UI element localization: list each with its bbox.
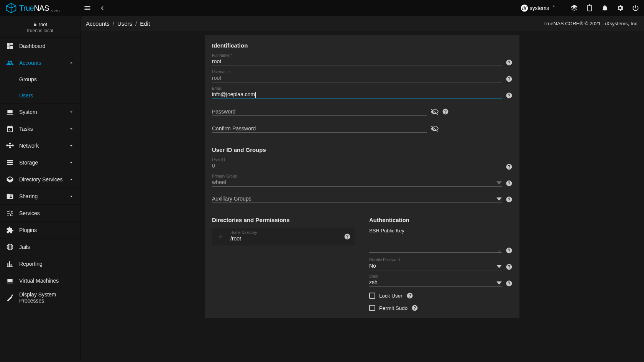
field-confirm-password: Confirm Password	[212, 124, 513, 133]
wizard-icon	[6, 294, 14, 301]
field-user-id: User ID 0	[212, 158, 513, 170]
brand-logo[interactable]: TrueNAS CORE	[5, 3, 80, 13]
chevron-up-icon	[69, 60, 74, 66]
brand-true: True	[19, 4, 34, 12]
checkbox-lock-user[interactable]	[369, 293, 375, 299]
nav-virtual-machines[interactable]: Virtual Machines	[0, 272, 80, 289]
nav-services[interactable]: Services	[0, 205, 80, 222]
field-disable-password: Disable Password No	[369, 258, 513, 270]
primary-group-select: wheel	[212, 179, 502, 187]
nav-plugins[interactable]: Plugins	[0, 222, 80, 239]
settings-icon[interactable]	[616, 4, 624, 12]
nav-display-system-processes[interactable]: Display System Processes	[0, 289, 80, 306]
col-authentication: Authentication SSH Public Key Disable Pa…	[362, 210, 519, 318]
field-primary-group: Primary Group wheel	[212, 174, 513, 187]
sidebar-host: truenas.local	[0, 28, 80, 33]
user-id-input: 0	[212, 162, 502, 170]
power-icon[interactable]	[632, 4, 639, 12]
ixsystems-logo[interactable]: iX systems ®	[521, 4, 563, 12]
eye-off-icon[interactable]	[430, 124, 439, 133]
help-icon[interactable]	[442, 108, 449, 115]
nav-accounts[interactable]: Accounts	[0, 54, 80, 71]
nav-tasks[interactable]: Tasks	[0, 120, 80, 137]
field-full-name: Full Name * root	[212, 53, 513, 66]
checkbox-permit-sudo[interactable]	[369, 305, 375, 311]
dropdown-icon	[496, 196, 502, 202]
auxiliary-groups-select[interactable]: Auxiliary Groups	[212, 195, 502, 203]
svg-text:systems: systems	[530, 5, 549, 11]
confirm-password-input[interactable]: Confirm Password	[212, 125, 427, 133]
breadcrumb-bar: Accounts / Users / Edit TrueNAS CORE® © …	[80, 16, 644, 31]
nav-storage[interactable]: Storage	[0, 154, 80, 171]
help-icon[interactable]	[506, 76, 513, 82]
crumb-accounts[interactable]: Accounts	[86, 20, 110, 27]
col-directories: Directories and Permissions Home Directo…	[205, 210, 362, 318]
help-icon[interactable]	[506, 247, 513, 254]
chevron-down-icon	[69, 109, 74, 115]
resize-handle-icon[interactable]	[497, 249, 501, 253]
help-icon[interactable]	[506, 163, 513, 170]
nav-dashboard[interactable]: Dashboard	[0, 38, 80, 54]
shell-select[interactable]: zsh	[369, 279, 502, 287]
help-icon[interactable]	[506, 92, 513, 99]
help-icon[interactable]	[506, 280, 513, 287]
help-icon[interactable]	[411, 304, 418, 311]
nav-sharing[interactable]: Sharing	[0, 188, 80, 205]
disable-password-select[interactable]: No	[369, 262, 502, 270]
nav-groups[interactable]: Groups	[0, 71, 80, 87]
section-authentication: Authentication	[369, 210, 513, 224]
network-icon	[6, 142, 14, 150]
hamburger-icon[interactable]	[84, 4, 91, 12]
nav-jails[interactable]: Jails	[0, 239, 80, 255]
help-icon[interactable]	[506, 263, 513, 270]
help-icon[interactable]	[506, 59, 513, 66]
copyright-text: TrueNAS CORE® © 2021 - iXsystems, Inc.	[544, 21, 639, 26]
help-icon[interactable]	[344, 233, 351, 240]
user-edit-form: Identification Full Name * root Username…	[205, 35, 519, 318]
crumb-users[interactable]: Users	[117, 20, 132, 27]
topbar: TrueNAS CORE iX systems ®	[0, 0, 644, 16]
laptop-icon	[6, 108, 14, 116]
chevron-down-icon	[69, 160, 74, 165]
password-input[interactable]: Password	[212, 108, 427, 116]
nav-reporting[interactable]: Reporting	[0, 255, 80, 272]
help-icon[interactable]	[506, 196, 513, 203]
field-shell: Shell zsh	[369, 274, 513, 287]
truecommand-icon[interactable]	[570, 4, 578, 12]
field-password: Password	[212, 107, 513, 116]
lock-user-checkbox-row[interactable]: Lock User	[369, 292, 513, 299]
help-icon[interactable]	[506, 180, 513, 187]
alerts-icon[interactable]	[601, 4, 609, 12]
section-dir-perm: Directories and Permissions	[212, 210, 355, 224]
nav-directory-services[interactable]: Directory Services	[0, 171, 80, 188]
permit-sudo-checkbox-row[interactable]: Permit Sudo	[369, 304, 513, 311]
ssh-public-key-input[interactable]	[369, 234, 502, 253]
add-folder-button[interactable]	[214, 230, 227, 243]
email-input[interactable]: info@joeplaa.com	[212, 91, 502, 99]
lock-icon	[33, 22, 37, 26]
svg-text:iX: iX	[522, 5, 527, 11]
help-icon[interactable]	[406, 292, 413, 299]
full-name-input[interactable]: root	[212, 58, 502, 66]
home-dir-box: Home Directory /root	[212, 228, 355, 245]
clipboard-icon[interactable]	[586, 4, 593, 12]
nav-network[interactable]: Network	[0, 137, 80, 154]
truenas-cube-icon	[5, 3, 18, 13]
sharing-icon	[6, 193, 14, 200]
brand-nas: NAS	[34, 4, 49, 12]
field-ssh-key: SSH Public Key	[369, 228, 513, 254]
username-input: root	[212, 74, 502, 82]
field-email: Email info@joeplaa.com	[212, 86, 513, 99]
home-dir-input[interactable]: /root	[230, 235, 341, 243]
nav-system[interactable]: System	[0, 104, 80, 120]
dropdown-icon	[496, 280, 502, 286]
dropdown-icon	[496, 180, 502, 186]
sidebar: root truenas.local Dashboard Accounts Gr…	[0, 16, 80, 362]
nav-users[interactable]: Users	[0, 87, 80, 104]
svg-text:®: ®	[553, 5, 554, 8]
jail-icon	[6, 243, 14, 251]
eye-off-icon[interactable]	[430, 107, 439, 116]
back-icon[interactable]	[98, 4, 106, 12]
dashboard-icon	[6, 42, 14, 50]
people-icon	[6, 59, 14, 67]
